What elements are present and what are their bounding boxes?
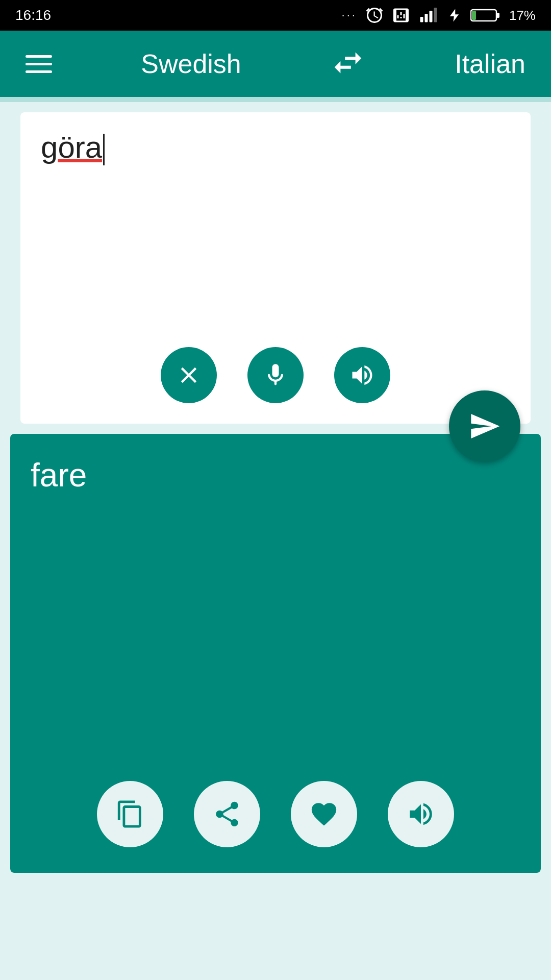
source-language[interactable]: Swedish <box>141 48 241 79</box>
text-cursor <box>103 134 105 165</box>
favorite-button[interactable] <box>291 781 357 847</box>
status-dots: ··· <box>342 9 357 22</box>
header-divider <box>0 97 551 102</box>
target-language[interactable]: Italian <box>455 48 525 79</box>
output-text: fare <box>31 454 520 766</box>
sim-icon <box>392 6 410 24</box>
toolbar: Swedish Italian <box>0 31 551 97</box>
status-time: 16:16 <box>15 7 51 23</box>
battery-percent: 17% <box>509 8 536 23</box>
svg-rect-3 <box>434 8 437 22</box>
svg-rect-1 <box>424 14 428 22</box>
output-section: fare <box>10 434 541 873</box>
translate-button[interactable] <box>449 390 520 462</box>
output-actions <box>31 781 520 847</box>
input-word: göra <box>41 130 102 164</box>
menu-button[interactable] <box>26 55 52 73</box>
svg-rect-2 <box>429 11 432 22</box>
input-actions <box>41 347 510 403</box>
speak-source-button[interactable] <box>334 347 390 403</box>
battery-icon <box>470 7 501 23</box>
microphone-button[interactable] <box>247 347 304 403</box>
clear-button[interactable] <box>161 347 217 403</box>
signal-icon <box>418 6 439 24</box>
input-section: göra <box>20 112 531 424</box>
copy-button[interactable] <box>97 781 163 847</box>
speak-target-button[interactable] <box>388 781 454 847</box>
status-icons: ··· 17% <box>342 6 536 24</box>
svg-rect-0 <box>420 17 423 22</box>
charging-icon <box>447 6 462 24</box>
alarm-icon <box>365 6 384 24</box>
share-button[interactable] <box>194 781 260 847</box>
input-text-area[interactable]: göra <box>41 128 510 337</box>
svg-rect-6 <box>472 11 476 20</box>
swap-languages-button[interactable] <box>330 45 366 83</box>
svg-rect-5 <box>496 13 499 18</box>
status-bar: 16:16 ··· 17% <box>0 0 551 31</box>
